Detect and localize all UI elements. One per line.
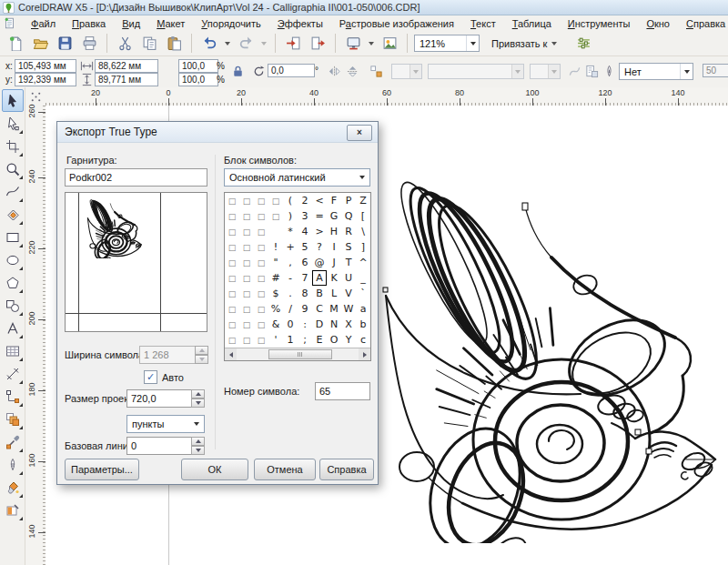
- char-cell[interactable]: 3: [298, 208, 312, 224]
- char-cell[interactable]: □: [254, 317, 268, 332]
- undo-dropdown-icon[interactable]: [225, 42, 230, 45]
- lock-ratio-icon[interactable]: [231, 65, 245, 78]
- menu-item[interactable]: Макет: [148, 17, 193, 30]
- char-cell[interactable]: 6: [298, 255, 312, 270]
- char-cell[interactable]: `: [356, 286, 370, 301]
- flyout-indicator[interactable]: [19, 221, 23, 225]
- char-cell[interactable]: □: [225, 208, 239, 224]
- char-cell[interactable]: 9: [298, 301, 312, 317]
- char-cell[interactable]: [: [356, 208, 370, 224]
- char-cell[interactable]: 2: [298, 193, 312, 208]
- char-cell[interactable]: :: [298, 317, 312, 332]
- options-dialog-button[interactable]: Параметры...: [65, 459, 139, 480]
- menu-item[interactable]: Окно: [638, 17, 678, 30]
- paste-button[interactable]: [163, 33, 185, 54]
- grid-scrollbar[interactable]: [225, 348, 370, 360]
- char-cell[interactable]: _: [356, 270, 370, 286]
- char-cell[interactable]: □: [254, 239, 268, 255]
- tool-polygon[interactable]: [2, 271, 24, 294]
- scale-h-field[interactable]: 100,0: [178, 59, 218, 73]
- char-cell[interactable]: N: [327, 317, 341, 332]
- char-cell[interactable]: a: [356, 301, 370, 317]
- char-cell[interactable]: <: [312, 193, 327, 208]
- y-position-field[interactable]: 192,339 мм: [15, 73, 76, 86]
- menu-item[interactable]: Таблица: [504, 17, 560, 30]
- snap-to-dropdown[interactable]: Привязать к: [488, 36, 562, 51]
- project-size-spinner[interactable]: [191, 389, 205, 408]
- export-button[interactable]: [307, 33, 329, 54]
- object-height-field[interactable]: 89,771 мм: [95, 73, 158, 86]
- options-button[interactable]: [572, 33, 594, 54]
- welcome-screen-button[interactable]: [379, 33, 400, 54]
- char-cell[interactable]: C: [312, 301, 327, 317]
- combo-arrow-icon[interactable]: [466, 35, 479, 51]
- menu-item[interactable]: Файл: [23, 17, 64, 30]
- mirror-vertical-button[interactable]: [344, 64, 360, 79]
- outline-pen-icon[interactable]: [602, 65, 616, 78]
- x-position-field[interactable]: 105,493 мм: [15, 59, 76, 73]
- char-cell[interactable]: □: [239, 332, 254, 348]
- char-cell[interactable]: □: [239, 193, 254, 208]
- typeface-input[interactable]: Podkr002: [65, 168, 207, 187]
- flyout-indicator[interactable]: [19, 289, 23, 293]
- char-cell[interactable]: □: [225, 224, 239, 239]
- char-cell[interactable]: □: [239, 286, 254, 301]
- flyout-indicator[interactable]: [19, 471, 23, 475]
- char-cell[interactable]: ]: [356, 239, 370, 255]
- tool-text[interactable]: [2, 317, 24, 339]
- tool-blend[interactable]: [2, 408, 24, 430]
- char-cell[interactable]: Q: [341, 208, 356, 224]
- help-button[interactable]: Справка: [319, 459, 374, 480]
- tool-outline-pen[interactable]: [2, 453, 24, 476]
- char-cell[interactable]: (: [283, 193, 298, 208]
- char-cell[interactable]: □: [254, 224, 268, 239]
- char-cell[interactable]: □: [225, 332, 239, 348]
- menu-item[interactable]: Справка: [678, 17, 728, 30]
- char-cell[interactable]: ^: [356, 255, 370, 270]
- char-cell[interactable]: I: [327, 239, 341, 255]
- rotation-angle-field[interactable]: 0,0: [268, 64, 315, 77]
- units-combo[interactable]: пункты: [126, 415, 205, 433]
- char-cell[interactable]: W: [341, 301, 356, 317]
- flyout-indicator[interactable]: [19, 517, 23, 520]
- char-cell[interactable]: ): [283, 208, 298, 224]
- menu-item[interactable]: Текст: [462, 17, 504, 30]
- tool-rectangle[interactable]: [2, 226, 24, 248]
- tool-pick[interactable]: [2, 89, 24, 112]
- char-cell[interactable]: □: [268, 208, 283, 224]
- tool-crop[interactable]: [2, 135, 24, 157]
- char-cell[interactable]: U: [341, 270, 356, 286]
- menu-item[interactable]: Инструменты: [560, 17, 639, 30]
- menu-item[interactable]: Растровые изображения: [331, 17, 462, 30]
- char-cell[interactable]: !: [268, 239, 283, 255]
- char-cell[interactable]: [268, 224, 283, 239]
- char-cell[interactable]: □: [254, 301, 268, 317]
- baseline-field[interactable]: 0: [126, 437, 192, 455]
- char-cell[interactable]: □: [254, 208, 268, 224]
- open-button[interactable]: [29, 33, 51, 54]
- char-cell[interactable]: 5: [298, 239, 312, 255]
- char-cell[interactable]: □: [254, 255, 268, 270]
- char-cell[interactable]: □: [225, 317, 239, 332]
- tool-interactive-fill[interactable]: [2, 499, 24, 521]
- auto-checkbox[interactable]: ✓ Авто: [144, 370, 184, 384]
- char-cell[interactable]: =: [312, 208, 327, 224]
- char-cell[interactable]: ,: [283, 255, 298, 270]
- char-cell[interactable]: K: [327, 270, 341, 286]
- char-cell[interactable]: 8: [298, 286, 312, 301]
- char-cell[interactable]: □: [239, 301, 254, 317]
- symbol-block-combo[interactable]: Основной латинский: [224, 168, 370, 187]
- dialog-title-bar[interactable]: Экспорт True Type: [57, 122, 378, 143]
- char-cell[interactable]: c: [356, 332, 370, 348]
- char-cell[interactable]: 7: [298, 270, 312, 286]
- vertical-ruler[interactable]: 260240220200180160140: [25, 106, 46, 565]
- scroll-right-icon[interactable]: [359, 348, 370, 360]
- char-cell[interactable]: 0: [283, 317, 298, 332]
- char-cell[interactable]: B: [312, 286, 327, 301]
- scrollbar-track[interactable]: [237, 348, 359, 360]
- symbol-number-input[interactable]: 65: [315, 382, 370, 400]
- flyout-indicator[interactable]: [19, 130, 23, 134]
- menu-item[interactable]: Упорядочить: [193, 17, 268, 30]
- flyout-indicator[interactable]: [19, 267, 23, 270]
- char-cell[interactable]: □: [239, 317, 254, 332]
